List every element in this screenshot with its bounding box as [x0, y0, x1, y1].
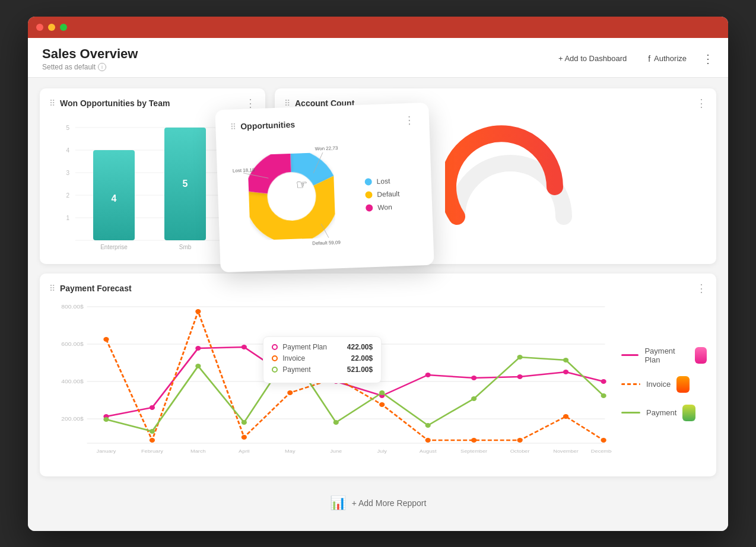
tooltip-payment-label: Payment — [282, 365, 342, 374]
svg-point-76 — [242, 420, 247, 425]
svg-text:April: April — [239, 448, 250, 453]
maximize-dot[interactable] — [60, 24, 67, 31]
svg-point-59 — [563, 370, 568, 374]
tooltip-invoice-label: Invoice — [282, 354, 346, 362]
titlebar — [28, 17, 728, 38]
account-drag-handle[interactable]: ⠿ — [284, 98, 290, 108]
legend-dot-default — [365, 191, 372, 198]
minimize-dot[interactable] — [48, 24, 55, 31]
svg-point-82 — [517, 355, 522, 360]
bar-chart-icon: 📊 — [330, 495, 346, 511]
opportunities-options-button[interactable]: ⋮ — [404, 115, 415, 126]
subtitle-text: Setted as default — [42, 63, 96, 71]
svg-point-52 — [242, 345, 247, 349]
svg-point-80 — [425, 423, 431, 428]
page-subtitle: Setted as default i — [42, 63, 138, 71]
legend-invoice: Invoice — [621, 376, 707, 393]
svg-text:5: 5 — [183, 179, 188, 189]
payment-forecast-card: ⠿ Payment Forecast ⋮ Payment Plan 422.00… — [40, 274, 716, 476]
tooltip-payment-value: 521.00$ — [347, 365, 373, 374]
won-opportunities-options-button[interactable]: ⋮ — [245, 98, 256, 109]
opportunities-header: ⠿ Opportunities ⋮ — [230, 115, 415, 132]
svg-text:June: June — [330, 448, 342, 453]
add-report-label: + Add More Repport — [352, 498, 427, 508]
header-right: + Add to Dashboard f Authorize ⋮ — [552, 50, 714, 67]
svg-point-58 — [517, 374, 522, 379]
forecast-drag-handle[interactable]: ⠿ — [49, 284, 55, 293]
add-to-dashboard-button[interactable]: + Add to Dashboard — [552, 50, 633, 66]
main-content: ⠿ Won Opportunities by Team ⋮ 5 — [28, 78, 728, 531]
svg-point-60 — [601, 379, 606, 384]
svg-point-84 — [601, 393, 606, 398]
account-count-options-button[interactable]: ⋮ — [696, 98, 707, 109]
forecast-body: Payment Plan 422.00$ Invoice 22.00$ Paym… — [49, 301, 707, 467]
svg-point-79 — [379, 390, 385, 395]
svg-text:200.00$: 200.00$ — [61, 415, 84, 421]
legend-name-payment: Payment — [646, 408, 676, 417]
svg-text:Lost 18,18: Lost 18,18 — [233, 167, 255, 173]
svg-point-63 — [195, 309, 201, 314]
svg-text:October: October — [510, 448, 530, 453]
payment-forecast-options-button[interactable]: ⋮ — [696, 283, 707, 294]
svg-text:March: March — [190, 448, 206, 453]
legend-default: Default — [365, 189, 399, 199]
svg-point-69 — [471, 438, 477, 443]
svg-text:4: 4 — [112, 193, 117, 203]
authorize-label: Authorize — [654, 54, 687, 63]
svg-text:Won 22,73: Won 22,73 — [315, 145, 338, 151]
forecast-chart-area: Payment Plan 422.00$ Invoice 22.00$ Paym… — [49, 301, 612, 467]
app-header: Sales Overview Setted as default i + Add… — [28, 38, 728, 78]
drag-handle-icon[interactable]: ⠿ — [49, 98, 55, 108]
donut-chart-svg: Lost 18,18 Won 22,73 Default 59,09 ☞ — [230, 135, 353, 257]
donut-legend: Lost Default Won — [364, 176, 400, 212]
header-left: Sales Overview Setted as default i — [42, 46, 138, 71]
tooltip-payment-row: Payment 521.00$ — [272, 365, 373, 374]
payment-forecast-header: ⠿ Payment Forecast ⋮ — [49, 283, 707, 294]
won-opportunities-title: Won Opportunities by Team — [60, 98, 170, 108]
legend-name-payment-plan: Payment Plan — [644, 346, 688, 364]
svg-point-81 — [471, 396, 477, 401]
svg-text:January: January — [97, 448, 117, 453]
svg-text:Default 59,09: Default 59,09 — [312, 240, 341, 246]
donut-chart-content: Lost 18,18 Won 22,73 Default 59,09 ☞ — [230, 132, 420, 260]
opportunities-drag-handle[interactable]: ⠿ — [230, 122, 236, 131]
svg-text:Enterprise: Enterprise — [100, 244, 128, 250]
tooltip-payment-plan-value: 422.00$ — [347, 343, 373, 351]
info-icon[interactable]: i — [98, 63, 106, 71]
tooltip-dot-payment-plan — [272, 344, 278, 350]
svg-text:September: September — [460, 448, 487, 453]
svg-point-56 — [425, 373, 431, 377]
tooltip-payment-plan-label: Payment Plan — [282, 343, 342, 351]
authorize-button[interactable]: f Authorize — [642, 50, 693, 67]
header-more-button[interactable]: ⋮ — [702, 53, 714, 65]
forecast-tooltip: Payment Plan 422.00$ Invoice 22.00$ Paym… — [263, 336, 382, 383]
svg-point-73 — [103, 417, 109, 422]
tooltip-invoice-value: 22.00$ — [351, 354, 373, 362]
svg-point-72 — [601, 438, 606, 443]
svg-point-64 — [242, 435, 247, 440]
svg-point-75 — [195, 364, 201, 368]
svg-text:May: May — [285, 448, 296, 453]
svg-text:800.00$: 800.00$ — [61, 303, 84, 309]
legend-line-invoice — [621, 383, 640, 385]
svg-point-61 — [103, 337, 109, 342]
donut-svg-wrap: Lost 18,18 Won 22,73 Default 59,09 ☞ — [230, 135, 353, 260]
svg-point-50 — [150, 405, 155, 410]
close-dot[interactable] — [36, 24, 43, 31]
svg-point-78 — [333, 420, 339, 425]
add-more-report-bar[interactable]: 📊 + Add More Repport — [40, 486, 716, 520]
svg-point-51 — [195, 346, 201, 351]
svg-point-71 — [563, 414, 568, 419]
svg-point-62 — [150, 438, 155, 443]
opportunities-title-row: ⠿ Opportunities — [230, 119, 295, 131]
svg-point-74 — [150, 429, 155, 434]
svg-text:2: 2 — [66, 192, 69, 199]
won-opportunities-title-row: ⠿ Won Opportunities by Team — [49, 98, 170, 108]
legend-swatch-invoice — [676, 376, 690, 393]
app-window: Sales Overview Setted as default i + Add… — [28, 17, 728, 531]
tooltip-dot-payment — [272, 367, 278, 373]
tooltip-payment-plan-row: Payment Plan 422.00$ — [272, 343, 373, 351]
legend-dot-won — [366, 204, 373, 211]
svg-point-68 — [425, 438, 431, 443]
legend-line-payment — [621, 412, 640, 414]
